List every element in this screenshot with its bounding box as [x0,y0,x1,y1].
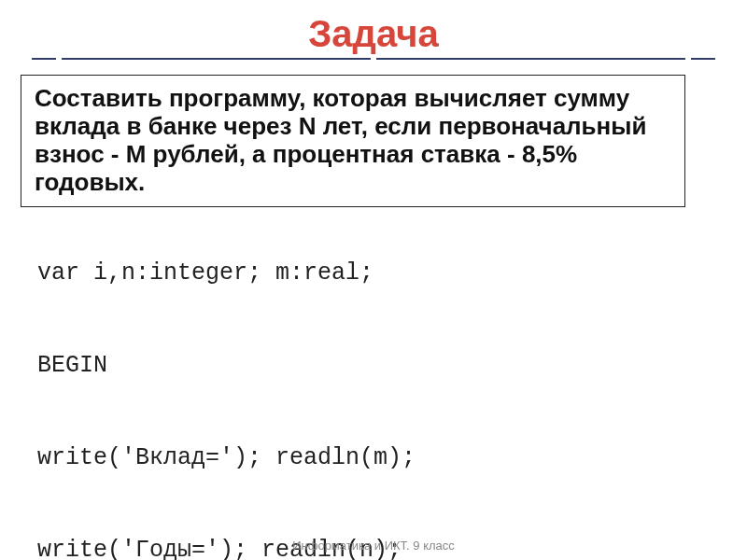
code-listing: var i,n:integer; m:real; BEGIN write('Вк… [37,196,710,560]
underline-dash-right [691,58,715,60]
code-line: BEGIN [37,350,710,381]
title-underline [32,58,715,60]
code-line: write('Вклад='); readln(m); [37,442,710,473]
slide-footer: Информатика и ИКТ. 9 класс [0,539,747,553]
underline-line-left [62,58,371,60]
underline-dash-left [32,58,56,60]
slide-title: Задача [0,13,747,55]
code-line: var i,n:integer; m:real; [37,258,710,288]
task-description: Составить программу, которая вычисляет с… [21,75,685,207]
underline-line-right [376,58,685,60]
